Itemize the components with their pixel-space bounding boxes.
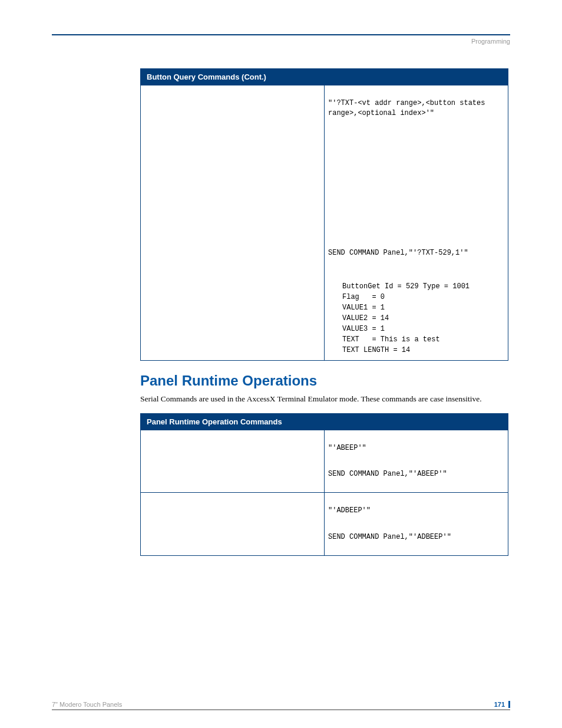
panel-runtime-table: Panel Runtime Operation Commands "'ABEEP…: [140, 413, 508, 556]
section-intro: Serial Commands are used in the AxcessX …: [140, 394, 508, 404]
adbeep-example: SEND COMMAND Panel,"'ADBEEP'": [328, 532, 502, 542]
table1-title: Button Query Commands (Cont.): [141, 69, 508, 85]
output-l3: VALUE1 = 1: [328, 302, 385, 313]
abeep-syntax: "'ABEEP'": [328, 443, 502, 453]
table2-r1-col1: [141, 430, 325, 493]
output-l5: VALUE3 = 1: [328, 324, 385, 334]
syntax-line: "'?TXT-<vt addr range>,<button states ra…: [328, 98, 502, 118]
output-l7: TEXT LENGTH = 14: [328, 345, 410, 355]
output-l2: Flag = 0: [328, 292, 385, 302]
page-number: 171: [494, 701, 510, 708]
adbeep-syntax: "'ADBEEP'": [328, 506, 502, 516]
table1-content: "'?TXT-<vt addr range>,<button states ra…: [325, 85, 508, 361]
button-query-table: Button Query Commands (Cont.) "'?TXT-<vt…: [140, 68, 508, 361]
footer-title: 7" Modero Touch Panels: [52, 701, 122, 708]
table2-r2-content: "'ADBEEP'" SEND COMMAND Panel,"'ADBEEP'": [325, 493, 508, 556]
output-l4: VALUE2 = 14: [328, 313, 389, 324]
abeep-example: SEND COMMAND Panel,"'ABEEP'": [328, 469, 502, 479]
output-l6: TEXT = This is a test: [328, 334, 440, 345]
example-cmd: SEND COMMAND Panel,"'?TXT-529,1'": [328, 248, 502, 258]
table2-r1-content: "'ABEEP'" SEND COMMAND Panel,"'ABEEP'": [325, 430, 508, 493]
output-l1: ButtonGet Id = 529 Type = 1001: [328, 281, 470, 292]
table2-r2-col1: [141, 493, 325, 556]
page-footer: 7" Modero Touch Panels 171: [52, 701, 510, 710]
section-heading: Panel Runtime Operations: [140, 373, 508, 389]
header-section-label: Programming: [52, 38, 510, 45]
table2-title: Panel Runtime Operation Commands: [141, 413, 508, 430]
table1-col1: [141, 85, 325, 361]
